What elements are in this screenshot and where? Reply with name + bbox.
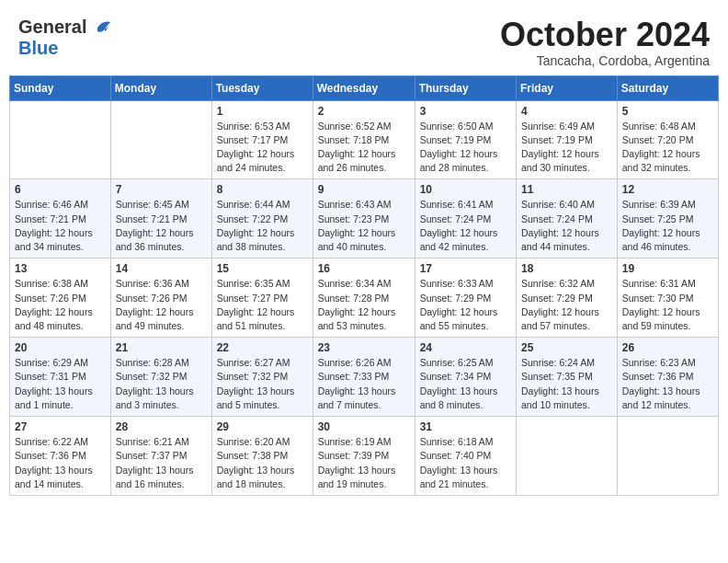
- calendar-day-cell: 19Sunrise: 6:31 AMSunset: 7:30 PMDayligh…: [617, 259, 718, 338]
- sunrise-text: Sunrise: 6:32 AM: [521, 278, 595, 289]
- day-number: 29: [217, 420, 308, 433]
- sunset-text: Sunset: 7:19 PM: [420, 134, 492, 145]
- calendar-day-cell: 14Sunrise: 6:36 AMSunset: 7:26 PMDayligh…: [110, 259, 211, 338]
- day-detail: Sunrise: 6:38 AMSunset: 7:26 PMDaylight:…: [15, 277, 106, 333]
- day-detail: Sunrise: 6:45 AMSunset: 7:21 PMDaylight:…: [116, 198, 207, 254]
- day-detail: Sunrise: 6:31 AMSunset: 7:30 PMDaylight:…: [622, 277, 713, 333]
- day-number: 27: [15, 420, 106, 433]
- day-number: 11: [521, 183, 612, 196]
- sunset-text: Sunset: 7:36 PM: [622, 371, 694, 382]
- calendar-week-row: 13Sunrise: 6:38 AMSunset: 7:26 PMDayligh…: [10, 259, 719, 338]
- sunrise-text: Sunrise: 6:53 AM: [217, 121, 290, 132]
- location-subtitle: Tancacha, Cordoba, Argentina: [500, 53, 710, 68]
- sunrise-text: Sunrise: 6:26 AM: [318, 357, 392, 368]
- day-number: 28: [116, 420, 207, 433]
- daylight-text: Daylight: 13 hours and 14 minutes.: [15, 465, 93, 489]
- daylight-text: Daylight: 12 hours and 44 minutes.: [521, 227, 599, 252]
- weekday-header-cell: Wednesday: [313, 75, 415, 100]
- day-number: 15: [217, 262, 308, 275]
- day-detail: Sunrise: 6:46 AMSunset: 7:21 PMDaylight:…: [15, 198, 106, 254]
- daylight-text: Daylight: 13 hours and 3 minutes.: [116, 385, 194, 410]
- daylight-text: Daylight: 13 hours and 16 minutes.: [116, 465, 194, 489]
- sunrise-text: Sunrise: 6:41 AM: [420, 199, 494, 210]
- sunset-text: Sunset: 7:26 PM: [15, 293, 86, 304]
- day-number: 13: [15, 262, 106, 275]
- daylight-text: Daylight: 12 hours and 55 minutes.: [420, 306, 498, 331]
- sunrise-text: Sunrise: 6:19 AM: [318, 436, 392, 447]
- calendar-day-cell: 12Sunrise: 6:39 AMSunset: 7:25 PMDayligh…: [617, 179, 718, 259]
- daylight-text: Daylight: 13 hours and 18 minutes.: [217, 465, 295, 489]
- day-detail: Sunrise: 6:26 AMSunset: 7:33 PMDaylight:…: [318, 356, 410, 412]
- sunrise-text: Sunrise: 6:34 AM: [318, 278, 392, 289]
- sunrise-text: Sunrise: 6:49 AM: [521, 121, 595, 132]
- sunset-text: Sunset: 7:18 PM: [318, 134, 390, 145]
- daylight-text: Daylight: 12 hours and 28 minutes.: [420, 148, 498, 173]
- sunset-text: Sunset: 7:23 PM: [318, 213, 390, 224]
- sunset-text: Sunset: 7:21 PM: [116, 213, 188, 224]
- sunrise-text: Sunrise: 6:39 AM: [622, 199, 696, 210]
- calendar-day-cell: 16Sunrise: 6:34 AMSunset: 7:28 PMDayligh…: [313, 259, 415, 338]
- sunset-text: Sunset: 7:24 PM: [521, 213, 593, 224]
- sunrise-text: Sunrise: 6:48 AM: [622, 121, 696, 132]
- sunrise-text: Sunrise: 6:44 AM: [217, 199, 290, 210]
- daylight-text: Daylight: 12 hours and 32 minutes.: [622, 148, 700, 173]
- calendar-day-cell: 22Sunrise: 6:27 AMSunset: 7:32 PMDayligh…: [211, 338, 313, 417]
- day-number: 21: [116, 341, 207, 354]
- calendar-table: SundayMondayTuesdayWednesdayThursdayFrid…: [9, 75, 719, 496]
- calendar-day-cell: 17Sunrise: 6:33 AMSunset: 7:29 PMDayligh…: [415, 259, 516, 338]
- sunset-text: Sunset: 7:33 PM: [318, 371, 390, 382]
- sunset-text: Sunset: 7:26 PM: [116, 293, 188, 304]
- day-number: 14: [116, 262, 207, 275]
- day-number: 22: [217, 341, 308, 354]
- calendar-day-cell: 23Sunrise: 6:26 AMSunset: 7:33 PMDayligh…: [313, 338, 415, 417]
- sunset-text: Sunset: 7:36 PM: [15, 450, 86, 461]
- logo-bird-icon: [90, 18, 110, 37]
- day-number: 24: [420, 341, 511, 354]
- day-detail: Sunrise: 6:20 AMSunset: 7:38 PMDaylight:…: [217, 435, 308, 491]
- calendar-day-cell: 8Sunrise: 6:44 AMSunset: 7:22 PMDaylight…: [211, 179, 313, 259]
- day-detail: Sunrise: 6:25 AMSunset: 7:34 PMDaylight:…: [420, 356, 511, 412]
- day-detail: Sunrise: 6:35 AMSunset: 7:27 PMDaylight:…: [217, 277, 308, 333]
- day-number: 16: [318, 262, 410, 275]
- sunrise-text: Sunrise: 6:33 AM: [420, 278, 494, 289]
- sunrise-text: Sunrise: 6:46 AM: [15, 199, 88, 210]
- sunset-text: Sunset: 7:38 PM: [217, 450, 289, 461]
- day-detail: Sunrise: 6:40 AMSunset: 7:24 PMDaylight:…: [521, 198, 612, 254]
- sunrise-text: Sunrise: 6:23 AM: [622, 357, 696, 368]
- header: General Blue October 2024 Tancacha, Cord…: [9, 9, 719, 72]
- calendar-day-cell: 15Sunrise: 6:35 AMSunset: 7:27 PMDayligh…: [211, 259, 313, 338]
- calendar-day-cell: 24Sunrise: 6:25 AMSunset: 7:34 PMDayligh…: [415, 338, 516, 417]
- sunset-text: Sunset: 7:34 PM: [420, 371, 492, 382]
- calendar-day-cell: 28Sunrise: 6:21 AMSunset: 7:37 PMDayligh…: [110, 417, 211, 496]
- day-number: 7: [116, 183, 207, 196]
- sunset-text: Sunset: 7:25 PM: [622, 213, 694, 224]
- daylight-text: Daylight: 13 hours and 5 minutes.: [217, 385, 295, 410]
- day-detail: Sunrise: 6:52 AMSunset: 7:18 PMDaylight:…: [318, 120, 410, 176]
- calendar-week-row: 20Sunrise: 6:29 AMSunset: 7:31 PMDayligh…: [10, 338, 719, 417]
- day-detail: Sunrise: 6:36 AMSunset: 7:26 PMDaylight:…: [116, 277, 207, 333]
- day-detail: Sunrise: 6:49 AMSunset: 7:19 PMDaylight:…: [521, 120, 612, 176]
- day-detail: Sunrise: 6:53 AMSunset: 7:17 PMDaylight:…: [217, 120, 308, 176]
- day-detail: Sunrise: 6:48 AMSunset: 7:20 PMDaylight:…: [622, 120, 713, 176]
- day-detail: Sunrise: 6:41 AMSunset: 7:24 PMDaylight:…: [420, 198, 511, 254]
- logo-blue: Blue: [18, 38, 58, 58]
- weekday-header-cell: Thursday: [415, 75, 516, 100]
- day-number: 18: [521, 262, 612, 275]
- month-title: October 2024: [500, 17, 710, 53]
- logo-general: General: [18, 17, 86, 38]
- sunrise-text: Sunrise: 6:24 AM: [521, 357, 595, 368]
- day-detail: Sunrise: 6:50 AMSunset: 7:19 PMDaylight:…: [420, 120, 511, 176]
- day-detail: Sunrise: 6:39 AMSunset: 7:25 PMDaylight:…: [622, 198, 713, 254]
- sunrise-text: Sunrise: 6:52 AM: [318, 121, 392, 132]
- day-number: 10: [420, 183, 511, 196]
- calendar-day-cell: 4Sunrise: 6:49 AMSunset: 7:19 PMDaylight…: [517, 100, 618, 179]
- sunrise-text: Sunrise: 6:25 AM: [420, 357, 494, 368]
- sunrise-text: Sunrise: 6:40 AM: [521, 199, 595, 210]
- sunrise-text: Sunrise: 6:43 AM: [318, 199, 392, 210]
- calendar-day-cell: 21Sunrise: 6:28 AMSunset: 7:32 PMDayligh…: [110, 338, 211, 417]
- day-number: 5: [622, 105, 713, 118]
- day-number: 19: [622, 262, 713, 275]
- calendar-day-cell: 25Sunrise: 6:24 AMSunset: 7:35 PMDayligh…: [517, 338, 618, 417]
- calendar-day-cell: 10Sunrise: 6:41 AMSunset: 7:24 PMDayligh…: [415, 179, 516, 259]
- daylight-text: Daylight: 12 hours and 59 minutes.: [622, 306, 700, 331]
